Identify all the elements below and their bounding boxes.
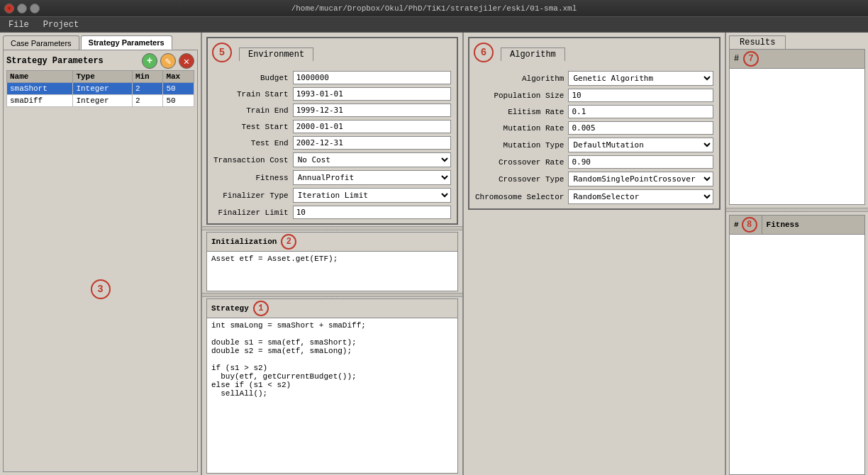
circle-5: 5 [212,43,232,62]
cell-type: Integer [73,95,132,107]
splitter-results[interactable] [726,208,868,212]
label-elitism-rate: Elitism Rate [475,108,564,116]
input-crossover-rate[interactable] [568,155,713,169]
strategy-code[interactable]: int smaLong = smaShort + smaDiff; double… [207,318,457,474]
select-fitness[interactable]: AnnualProfit SharpeRatio Returns [293,170,451,185]
select-crossover-type[interactable]: RandomSinglePointCrossover TwoPointCross… [568,172,713,186]
select-finalizer-type[interactable]: Iteration Limit Time Limit Convergence [293,188,451,203]
strategy-section: Strategy 1 int smaLong = smaShort + smaD… [206,298,458,474]
results-bottom-table: # 8 Fitness [729,215,865,475]
algo-panel: 6 Algorithm Algorithm Genetic Algorithm … [464,33,726,475]
input-test-start[interactable] [293,120,451,133]
minimize-button[interactable] [17,4,27,13]
label-mutation-type: Mutation Type [475,141,564,150]
col-type: Type [73,71,132,83]
cell-type: Integer [73,83,132,95]
input-elitism-rate[interactable] [568,105,713,118]
label-fitness: Fitness [213,174,289,182]
strategy-params-header: Strategy Parameters + ✎ ✕ [6,53,194,69]
select-transaction-cost[interactable]: No Cost Fixed Percentage [293,152,451,167]
main-container: Case Parameters Strategy Parameters Stra… [0,33,868,475]
select-mutation-type[interactable]: DefaultMutation UniformMutation [568,138,713,152]
env-header: 5 Environment [208,38,457,67]
cell-name: smaShort [7,83,73,95]
window-title: /home/mucar/Dropbox/Okul/PhD/TiK1/strate… [291,4,577,13]
results-hash-col: # 8 [730,216,762,234]
label-train-end: Train End [213,106,289,115]
strategy-label: Strategy [211,304,249,313]
results-bottom-header: # 8 Fitness [730,216,864,235]
title-bar-buttons: ✕ [4,4,40,13]
results-top-table: # 7 [729,49,865,205]
close-button[interactable]: ✕ [4,4,14,13]
label-finalizer-type: Finalizer Type [213,191,289,200]
tab-row: Case Parameters Strategy Parameters [0,33,201,50]
label-finalizer-limit: Finalizer Limit [213,208,289,217]
add-param-button[interactable]: + [142,53,157,69]
env-tab[interactable]: Environment [239,48,313,61]
cell-max: 50 [163,95,194,107]
circle-8: 8 [742,217,757,233]
middle-panel: 5 Environment Budget Train Start Train E… [202,33,464,475]
label-test-end: Test End [213,139,289,147]
tab-strategy-parameters[interactable]: Strategy Parameters [81,35,172,50]
menu-file[interactable]: File [6,18,32,31]
label-crossover-rate: Crossover Rate [475,158,564,167]
algo-form: Algorithm Genetic Algorithm Random Searc… [469,67,719,208]
input-test-end[interactable] [293,136,451,150]
label-algorithm: Algorithm [475,74,564,83]
splitter-env-init[interactable] [202,226,462,230]
select-chromosome-selector[interactable]: RandomSelector TournamentSelector [568,189,713,204]
table-row[interactable]: smaShort Integer 2 50 [7,83,194,95]
menu-bar: File Project [0,17,868,33]
cell-name: smaDiff [7,95,73,107]
remove-param-button[interactable]: ✕ [179,53,194,69]
algo-tab[interactable]: Algorithm [501,48,565,61]
maximize-button[interactable] [30,4,40,13]
input-finalizer-limit[interactable] [293,206,451,219]
edit-param-button[interactable]: ✎ [160,53,176,69]
strategy-header: Strategy 1 [207,299,457,318]
input-mutation-rate[interactable] [568,121,713,135]
results-tab[interactable]: Results [729,35,786,49]
label-test-start: Test Start [213,123,289,131]
splitter-init-strategy[interactable] [202,293,462,297]
menu-project[interactable]: Project [40,18,82,31]
results-panel: Results # 7 # 8 Fitness [726,33,868,475]
col-max: Max [163,71,194,83]
input-budget[interactable] [293,71,451,84]
tab-case-parameters[interactable]: Case Parameters [3,35,79,50]
cell-min: 2 [132,95,163,107]
init-code[interactable]: Asset etf = Asset.get(ETF); [207,252,457,291]
strategy-params-container: Strategy Parameters + ✎ ✕ Name Type Min … [3,50,198,472]
col-name: Name [7,71,73,83]
table-row[interactable]: smaDiff Integer 2 50 [7,95,194,107]
label-population-size: Population Size [475,91,564,100]
cell-max: 50 [163,83,194,95]
select-algorithm[interactable]: Genetic Algorithm Random Search Hill Cli… [568,71,713,86]
label-train-start: Train Start [213,90,289,99]
circle-3: 3 [91,279,111,299]
label-chromosome-selector: Chromosome Selector [475,193,564,201]
results-top-hash: # [734,54,739,64]
init-header: Initialization 2 [207,233,457,252]
input-train-start[interactable] [293,87,451,101]
label-mutation-rate: Mutation Rate [475,124,564,133]
input-population-size[interactable] [568,89,713,102]
algo-section: 6 Algorithm Algorithm Genetic Algorithm … [468,37,720,210]
col-min: Min [132,71,163,83]
left-panel: Case Parameters Strategy Parameters Stra… [0,33,202,475]
circle-3-container: 3 [4,107,197,471]
strategy-params-label: Strategy Parameters [6,56,104,66]
title-bar: ✕ /home/mucar/Dropbox/Okul/PhD/TiK1/stra… [0,0,868,17]
cell-min: 2 [132,83,163,95]
input-train-end[interactable] [293,104,451,117]
circle-2: 2 [281,234,296,250]
results-bottom-hash: # [734,220,739,229]
init-section: Initialization 2 Asset etf = Asset.get(E… [206,232,458,291]
algo-header: 6 Algorithm [469,38,719,67]
env-form: Budget Train Start Train End Test Start … [208,67,457,223]
params-table: Name Type Min Max smaShort Integer 2 50 … [6,70,194,107]
environment-section: 5 Environment Budget Train Start Train E… [206,37,458,225]
results-top-header: # 7 [730,50,864,69]
